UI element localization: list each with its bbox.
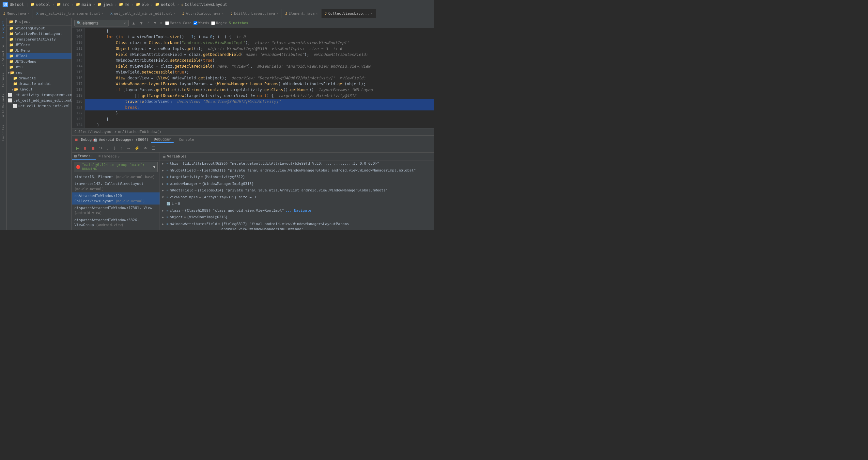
var-mglobalfield[interactable]: ▶ ≡ mGlobalField = {Field@6311} "private… — [160, 167, 434, 174]
breadcrumb-class[interactable]: ☕ CollectViewsLayout — [181, 2, 227, 7]
tree-item-layout[interactable]: ▼ 📂 layout — [6, 87, 71, 92]
sidebar-captures-btn[interactable]: Captures — [1, 71, 6, 88]
tree-item-uetsubmenu[interactable]: 📁 UETSubMenu — [6, 59, 71, 64]
search-filter-btn[interactable]: ⚑ — [152, 21, 157, 25]
tab-close-btn[interactable]: × — [222, 12, 223, 16]
tree-item-res[interactable]: ▼ 📂 res — [6, 70, 71, 76]
thread-dropdown[interactable]: 🔴 "main"@6,124 in group "main": RUNNING … — [74, 162, 158, 172]
tree-item-uetmenu[interactable]: 📁 UETMenu — [6, 48, 71, 53]
words-option[interactable]: Words — [193, 21, 209, 25]
evaluate-btn[interactable]: ⚡ — [133, 145, 141, 151]
force-step-btn[interactable]: ⇓ — [112, 145, 118, 151]
breadcrumb-main[interactable]: 📁 main — [76, 2, 91, 7]
tab-threads[interactable]: ≡ Threads ↻ — [96, 152, 122, 160]
code-line-119: 119 || getTargetDecorView(targetActivity… — [72, 93, 434, 99]
search-next-btn[interactable]: ▼ — [138, 21, 144, 26]
resume-btn[interactable]: ▶ — [74, 145, 80, 151]
breadcrumb-uetool[interactable]: 📁 uetool — [30, 2, 50, 7]
var-i[interactable]: ▶ 🔢 i = 0 — [160, 201, 434, 207]
tree-item-drawable[interactable]: 📁 drawable — [6, 76, 71, 81]
tab-close-btn[interactable]: × — [276, 12, 278, 16]
regex-option[interactable]: Regex — [211, 21, 227, 25]
xml-file-icon: ⬜ — [8, 98, 12, 103]
folder-icon: 📁 — [136, 2, 140, 6]
tab-console[interactable]: Console — [176, 137, 196, 142]
variables-list[interactable]: ▶ ≡ this = {EditAttrLayout@6296} "me.ele… — [160, 161, 434, 230]
tab-editattr-java[interactable]: J EditAttrLayout.java × — [227, 9, 282, 18]
step-out-btn[interactable]: ↑ — [119, 145, 124, 151]
words-checkbox[interactable] — [193, 21, 197, 25]
sidebar-structure-btn[interactable]: 2: Structure — [1, 44, 6, 68]
tab-close-btn[interactable]: × — [101, 12, 103, 16]
tab-close-btn[interactable]: × — [174, 12, 176, 16]
var-mwindowattributesfield[interactable]: ▶ ≡ mWindowAttributesField = {Field@6317… — [160, 221, 434, 230]
pause-btn[interactable]: ⏸ — [82, 145, 88, 151]
stop-btn[interactable]: ⏹ — [90, 145, 97, 151]
navigate-link[interactable]: ... Navigate — [285, 208, 311, 214]
breadcrumb-src[interactable]: 📁 src — [57, 2, 69, 7]
breadcrumb-class-name[interactable]: CollectViewsLayout — [74, 130, 113, 134]
tree-item-relative[interactable]: 📁 RelativePositionLayout — [6, 31, 71, 36]
code-line-121: 121 break; — [72, 105, 434, 110]
sidebar-build-btn[interactable]: Build Variants — [1, 92, 6, 120]
var-clazz[interactable]: ▶ ≡ clazz = {Class@1089} "class android.… — [160, 207, 434, 214]
var-type-icon: ≡ — [166, 174, 168, 179]
tree-item-uettool[interactable]: 📁 UETool — [6, 53, 71, 59]
tab-menu-java[interactable]: J Menu.java × — [0, 9, 33, 18]
frame-pkg: (me.ele.uetool) — [116, 199, 145, 203]
tree-item-cell-xml[interactable]: ⬜ uet_cell_add_minus_edit.xml — [6, 98, 71, 103]
var-viewrootimpls[interactable]: ▼ ≡ viewRootImpls = {ArrayList@6315} siz… — [160, 194, 434, 201]
search-clear-btn[interactable]: × — [123, 21, 126, 25]
tab-close-btn[interactable]: × — [371, 12, 373, 16]
var-targetactivity[interactable]: ▶ ≡ targetActivity = {MainActivity@6312} — [160, 174, 434, 181]
breadcrumb-method[interactable]: onAttachedToWindow() — [118, 130, 161, 134]
tab-close-btn[interactable]: × — [27, 12, 29, 16]
frames-list[interactable]: <init>:16, Element (me.ele.uetool.base) … — [72, 173, 160, 230]
tree-item-uetcore[interactable]: 📁 UETCore — [6, 42, 71, 48]
frame-item[interactable]: traverse:142, CollectViewsLayout (me.ele… — [72, 180, 160, 193]
var-windowmanager[interactable]: ▶ ≡ windowManager = {WindowManagerImpl@6… — [160, 181, 434, 188]
frame-item[interactable]: dispatchAttachedToWindow:3326, ViewGroup… — [72, 229, 160, 230]
var-this[interactable]: ▶ ≡ this = {EditAttrLayout@6296} "me.ele… — [160, 161, 434, 167]
breadcrumb-uetool2[interactable]: 📁 uetool — [155, 2, 175, 7]
frames-btn[interactable]: ☰ — [150, 145, 157, 151]
tab-attrs-java[interactable]: J AttrsDialog.java × — [179, 9, 227, 18]
frame-item[interactable]: dispatchAttachedToWindow:17381, View (an… — [72, 204, 160, 217]
sidebar-project-btn[interactable]: 1: Project — [1, 20, 6, 40]
tree-item-util[interactable]: 📁 Util — [6, 64, 71, 70]
var-mrootsfield[interactable]: ▶ ≡ mRootsField = {Field@6314} "private … — [160, 187, 434, 194]
var-object[interactable]: ▶ ≡ object = {ViewRootImpl@6316} — [160, 214, 434, 221]
tab-cell-xml[interactable]: X uet_cell_add_minus_edit.xml × — [107, 9, 179, 18]
frame-item-selected[interactable]: onAttachedToWindow:120, CollectViewsLayo… — [72, 193, 160, 204]
search-options-btn[interactable]: ≡ — [159, 21, 163, 25]
tab-activity-xml[interactable]: X uet_activity_transparent.xml × — [33, 9, 107, 18]
tree-item-gridding[interactable]: 📁 GriddingLayout — [6, 26, 71, 31]
breadcrumb-ele[interactable]: 📁 ele — [136, 2, 149, 7]
match-case-option[interactable]: Match Case — [165, 21, 191, 25]
tree-item-bitmap-xml[interactable]: ⬜ uet_cell_bitmap_info.xml — [6, 103, 71, 109]
tree-item-transparent[interactable]: 📁 TransparentActivity — [6, 36, 71, 42]
frame-item[interactable]: <init>:16, Element (me.ele.uetool.base) — [72, 173, 160, 180]
tab-debugger[interactable]: Debugger — [151, 137, 174, 143]
tab-close-btn[interactable]: × — [316, 12, 318, 16]
step-over-btn[interactable]: ↷ — [98, 145, 104, 151]
run-cursor-btn[interactable]: → — [125, 145, 132, 151]
tab-collectviews-java[interactable]: J CollectViewsLayo... × — [321, 9, 376, 18]
frame-item[interactable]: dispatchAttachedToWindow:3326, ViewGroup… — [72, 217, 160, 229]
search-input-wrap: 🔍 × — [74, 20, 129, 26]
watch-btn[interactable]: 👁 — [142, 145, 149, 151]
tree-item-activity-xml[interactable]: ⬜ uet_activity_transparent.xml — [6, 92, 71, 98]
tab-frames[interactable]: ▤ Frames ↻ — [72, 152, 96, 160]
tree-item-drawable-xxhdpi[interactable]: 📁 drawable-xxhdpi — [6, 81, 71, 87]
sidebar-favorites-btn[interactable]: Favorites — [1, 123, 6, 142]
code-area[interactable]: 108 } 109 for (int i = viewRootImpls.siz… — [72, 28, 434, 128]
step-into-btn[interactable]: ↓ — [105, 145, 110, 151]
breadcrumb-java[interactable]: 📁 java — [97, 2, 113, 7]
search-regex-toggle[interactable]: .* — [146, 21, 150, 25]
regex-checkbox[interactable] — [211, 21, 215, 25]
tab-element-java[interactable]: J Element.java × — [282, 9, 321, 18]
breadcrumb-me[interactable]: 📁 me — [119, 2, 129, 7]
search-input[interactable] — [83, 21, 122, 26]
match-case-checkbox[interactable] — [165, 21, 169, 25]
search-prev-btn[interactable]: ▲ — [130, 21, 136, 26]
